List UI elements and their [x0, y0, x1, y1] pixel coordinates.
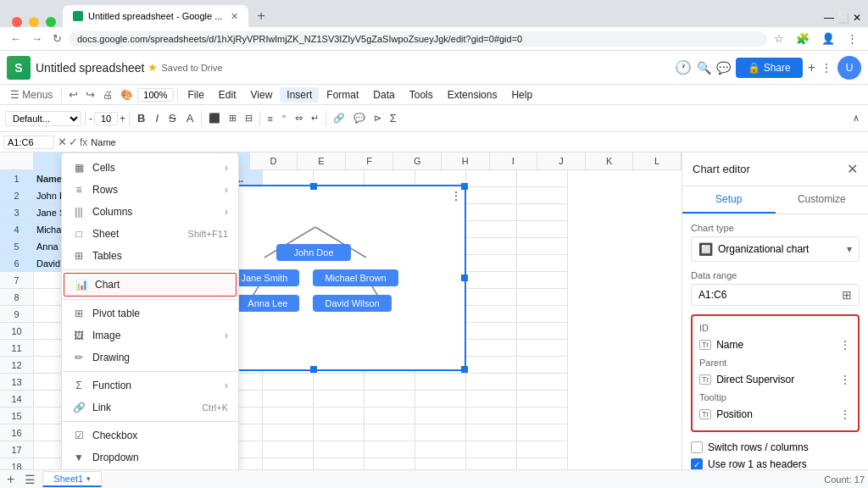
star-icon[interactable]: ★ [147, 61, 158, 74]
cell[interactable] [364, 458, 415, 469]
edit-menu[interactable]: Edit [212, 87, 243, 103]
cell-h4[interactable] [466, 221, 517, 238]
menu-item-dropdown[interactable]: ▼ Dropdown [62, 446, 238, 469]
bookmark-btn[interactable]: ☆ [771, 30, 787, 47]
cell[interactable] [466, 424, 517, 441]
cell-i1[interactable] [517, 170, 568, 187]
reload-btn[interactable]: ↻ [49, 30, 65, 47]
cell-h3[interactable] [466, 204, 517, 221]
chart-menu-btn[interactable]: ⋮ [450, 189, 462, 202]
col-header-i[interactable]: I [490, 152, 538, 169]
cell[interactable] [415, 374, 466, 391]
cell[interactable] [364, 424, 415, 441]
col-header-j[interactable]: J [537, 152, 586, 169]
more-btn[interactable]: ⋮ [843, 30, 861, 47]
cell[interactable] [314, 408, 364, 424]
col-header-k[interactable]: K [586, 152, 634, 169]
close-window[interactable]: ✕ [853, 12, 861, 24]
cell[interactable] [415, 441, 466, 458]
menu-item-columns[interactable]: ||| Columns › [62, 201, 238, 223]
restore-window[interactable]: ⬜ [837, 12, 849, 24]
cell[interactable] [415, 391, 466, 408]
cell[interactable] [466, 391, 517, 408]
more-options-btn[interactable]: ⋮ [821, 61, 832, 75]
chart-type-select[interactable]: 🔲 Organizational chart ▾ [691, 236, 860, 262]
series-menu-position[interactable]: ⋮ [839, 408, 851, 421]
cell[interactable] [466, 458, 517, 469]
menu-item-chart[interactable]: 📊 Chart [64, 273, 236, 297]
format-menu[interactable]: Format [320, 87, 365, 103]
checkbox-headers-input[interactable]: ✓ [691, 458, 703, 469]
cell[interactable] [517, 272, 568, 289]
cell-ref-input[interactable] [3, 136, 54, 149]
align-center-btn[interactable]: ⁼ [278, 111, 290, 125]
insert-menu-item[interactable]: Insert [280, 87, 319, 103]
checkbox-switch-input[interactable] [691, 441, 703, 453]
tools-menu[interactable]: Tools [403, 87, 440, 103]
cell[interactable] [466, 272, 517, 289]
menu-item-emoji[interactable]: 😊 Emoji [62, 469, 238, 469]
cell-h5[interactable] [466, 238, 517, 255]
cell[interactable] [517, 408, 568, 424]
sheet1-dropdown-icon[interactable]: ▾ [86, 474, 91, 483]
font-size-input[interactable] [94, 112, 118, 125]
cell[interactable] [466, 289, 517, 306]
cell-i4[interactable] [517, 221, 568, 238]
add-sheet-btn[interactable]: + [3, 472, 18, 487]
cell[interactable] [517, 289, 568, 306]
fn-confirm-btn[interactable]: ✓ [69, 136, 78, 148]
tab-setup[interactable]: Setup [682, 186, 776, 214]
cell[interactable] [415, 458, 466, 469]
cell[interactable] [263, 441, 314, 458]
decrease-font-btn[interactable]: - [89, 113, 92, 125]
data-menu[interactable]: Data [366, 87, 401, 103]
cell[interactable] [314, 441, 364, 458]
cell[interactable] [364, 391, 415, 408]
undo-btn[interactable]: ↩ [65, 86, 81, 103]
filter-btn[interactable]: ⊳ [370, 111, 385, 125]
col-header-d[interactable]: D [250, 152, 298, 169]
back-btn[interactable]: ← [7, 30, 25, 47]
file-menu[interactable]: File [181, 87, 211, 103]
cell-h6[interactable] [466, 255, 517, 272]
menu-item-sheet[interactable]: □ Sheet Shift+F11 [62, 223, 238, 245]
help-menu[interactable]: Help [504, 87, 539, 103]
cell-i3[interactable] [517, 204, 568, 221]
cell[interactable] [466, 357, 517, 374]
cell[interactable] [517, 323, 568, 340]
borders-btn[interactable]: ⊞ [225, 111, 240, 125]
cell[interactable] [466, 340, 517, 357]
menu-item-rows[interactable]: ≡ Rows › [62, 179, 238, 201]
col-header-e[interactable]: E [298, 152, 346, 169]
share-button[interactable]: 🔒 Share [736, 58, 803, 78]
comment-btn[interactable]: 💬 [350, 111, 369, 125]
cell[interactable] [364, 441, 415, 458]
cell[interactable] [364, 408, 415, 424]
cell[interactable] [466, 408, 517, 424]
text-color-btn[interactable]: A [182, 110, 198, 126]
cell[interactable] [263, 374, 314, 391]
min-btn[interactable] [29, 17, 39, 27]
zoom-select[interactable]: 100% [137, 88, 173, 102]
func-btn[interactable]: Σ [387, 110, 400, 126]
cell[interactable] [314, 391, 364, 408]
menu-item-tables[interactable]: ⊞ Tables [62, 245, 238, 267]
cell[interactable] [415, 424, 466, 441]
series-menu-name[interactable]: ⋮ [839, 338, 851, 352]
menu-item-pivot[interactable]: ⊞ Pivot table [62, 302, 238, 324]
url-bar[interactable]: docs.google.com/spreadsheets/d/1hXjRyVPR… [69, 31, 767, 47]
sheet-tab-sheet1[interactable]: Sheet1 ▾ [42, 471, 102, 487]
cell-i5[interactable] [517, 238, 568, 255]
extensions-menu[interactable]: Extensions [441, 87, 504, 103]
extensions-btn[interactable]: 🧩 [793, 30, 813, 47]
cell[interactable] [517, 340, 568, 357]
cell[interactable] [263, 391, 314, 408]
cell[interactable] [314, 374, 364, 391]
user-avatar[interactable]: U [837, 56, 861, 80]
bold-btn[interactable]: B [133, 110, 149, 126]
col-header-l[interactable]: L [633, 152, 682, 169]
cell[interactable] [314, 424, 364, 441]
cell[interactable] [263, 424, 314, 441]
wrap-btn[interactable]: ↵ [308, 111, 322, 125]
font-family-select[interactable]: Default... [5, 111, 81, 126]
